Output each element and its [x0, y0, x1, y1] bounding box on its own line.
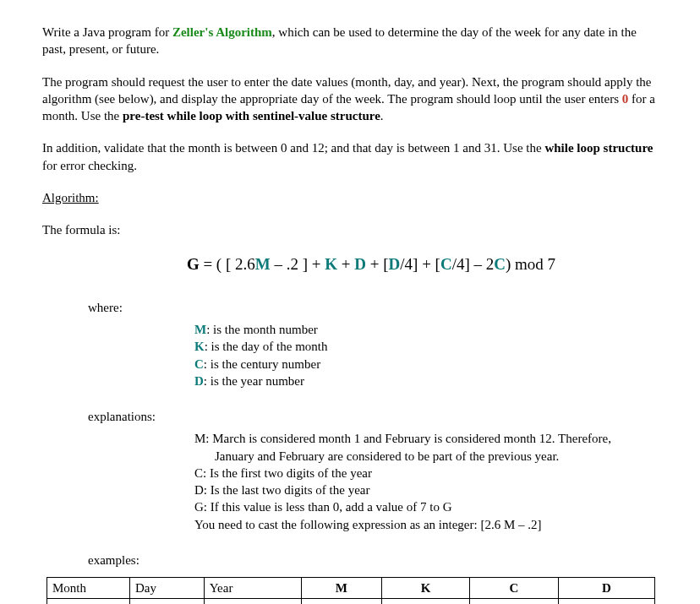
zeller-name: Zeller's Algorithm: [172, 25, 272, 39]
cell: 4: [381, 599, 469, 604]
intro-paragraph-2: The program should request the user to e…: [42, 73, 658, 125]
table-header-row: Month Day Year M K C D: [47, 578, 655, 599]
def-c: C: is the century number: [194, 356, 658, 373]
def-k: K: is the day of the month: [194, 338, 658, 355]
expl-d: D: Is the last two digits of the year: [194, 482, 658, 498]
text: The program should request the user to e…: [42, 75, 651, 106]
header-year: Year: [204, 578, 301, 599]
explanations-label: explanations:: [88, 408, 658, 425]
cell: 4: [129, 599, 204, 604]
formula-D2: D: [389, 255, 401, 273]
text: : is the month number: [206, 323, 318, 336]
formula-heading: The formula is:: [42, 221, 658, 238]
algorithm-heading: Algorithm:: [42, 189, 658, 206]
formula-M: M: [255, 255, 271, 273]
formula-D: D: [354, 255, 366, 273]
var-c: C: [194, 357, 204, 371]
text: : is the century number: [204, 357, 320, 371]
cell: 5: [301, 599, 381, 604]
formula-text: – .2 ] +: [271, 255, 325, 273]
examples-table: Month Day Year M K C D 7 4 1776 5 4 17 7…: [46, 577, 655, 604]
formula-K: K: [325, 255, 337, 273]
text: for error checking.: [42, 159, 137, 172]
text: In addition, validate that the month is …: [42, 141, 544, 155]
header-m: M: [301, 578, 381, 599]
var-d: D: [194, 374, 204, 388]
while-loop-bold: while loop structure: [544, 141, 653, 155]
header-c: C: [470, 578, 558, 599]
formula-text: ) mod 7: [506, 255, 555, 273]
loop-structure-bold: pre-test while loop with sentinel-value …: [123, 109, 380, 122]
formula-text: = ( [: [200, 255, 235, 273]
cell: 76: [558, 599, 654, 604]
table-row: 7 4 1776 5 4 17 76: [47, 599, 655, 604]
cell: 17: [470, 599, 558, 604]
variable-definitions: M: is the month number K: is the day of …: [194, 321, 658, 389]
formula-G: G: [187, 255, 200, 273]
formula-text: /4] – 2: [452, 255, 495, 273]
formula: G = ( [ 2.6M – .2 ] + K + D + [D/4] + [C…: [42, 253, 658, 275]
cell: 7: [47, 599, 130, 604]
header-k: K: [381, 578, 469, 599]
def-m: M: is the month number: [194, 321, 658, 338]
expl-c: C: Is the first two digits of the year: [194, 465, 658, 482]
def-d: D: is the year number: [194, 373, 658, 389]
explanations-block: M: March is considered month 1 and Febru…: [194, 430, 658, 533]
intro-paragraph-3: In addition, validate that the month is …: [42, 139, 658, 174]
var-k: K: [194, 340, 205, 353]
text: : is the year number: [204, 374, 304, 388]
formula-text: + [: [366, 255, 389, 273]
examples-label: examples:: [88, 552, 658, 569]
formula-text: +: [337, 255, 354, 273]
formula-text: 2.6: [235, 255, 255, 273]
expl-g: G: If this value is less than 0, add a v…: [194, 498, 658, 515]
text: .: [380, 109, 384, 122]
header-day: Day: [129, 578, 204, 599]
formula-text: /4] + [: [400, 255, 440, 273]
var-m: M: [194, 323, 206, 336]
formula-C2: C: [494, 255, 506, 273]
expl-cast: You need to cast the following expressio…: [194, 516, 658, 533]
header-month: Month: [47, 578, 130, 599]
formula-C: C: [440, 255, 452, 273]
header-d: D: [558, 578, 654, 599]
where-label: where:: [88, 299, 658, 316]
text: Write a Java program for: [42, 25, 172, 39]
cell: 1776: [204, 599, 301, 604]
text: : is the day of the month: [205, 340, 328, 353]
expl-m-cont: January and February are considered to b…: [194, 448, 658, 465]
expl-m: M: March is considered month 1 and Febru…: [194, 430, 658, 447]
intro-paragraph-1: Write a Java program for Zeller's Algori…: [42, 24, 658, 58]
